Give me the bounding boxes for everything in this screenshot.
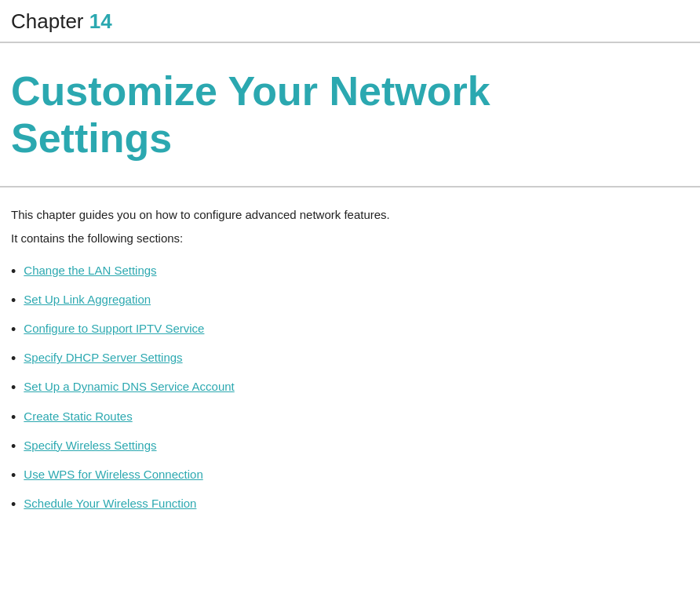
intro-line1: This chapter guides you on how to config… [11,206,689,224]
toc-link-1[interactable]: Change the LAN Settings [24,262,156,280]
toc-link-6[interactable]: Create Static Routes [24,408,132,426]
bullet-icon: • [11,437,16,457]
toc-link-9[interactable]: Schedule Your Wireless Function [24,495,196,513]
bullet-icon: • [11,495,16,515]
bullet-icon: • [11,291,16,311]
list-item: • Use WPS for Wireless Connection [11,466,689,486]
toc-link-4[interactable]: Specify DHCP Server Settings [24,349,182,367]
list-item: • Specify DHCP Server Settings [11,349,689,369]
toc-link-8[interactable]: Use WPS for Wireless Connection [24,466,202,484]
list-item: • Configure to Support IPTV Service [11,320,689,340]
bullet-icon: • [11,408,16,428]
list-item: • Specify Wireless Settings [11,437,689,457]
bullet-icon: • [11,349,16,369]
list-item: • Set Up Link Aggregation [11,291,689,311]
intro-line2: It contains the following sections: [11,230,689,248]
main-heading-line1: Customize Your Network [11,68,490,114]
list-item: • Create Static Routes [11,408,689,428]
chapter-header: Chapter 14 [0,0,700,43]
bullet-icon: • [11,466,16,486]
bullet-icon: • [11,378,16,398]
chapter-number: 14 [89,9,112,33]
chapter-label: Chapter 14 [11,6,689,37]
list-item: • Schedule Your Wireless Function [11,495,689,515]
list-item: • Change the LAN Settings [11,262,689,282]
main-title-section: Customize Your Network Settings [0,43,700,187]
toc-link-7[interactable]: Specify Wireless Settings [24,437,156,455]
bullet-icon: • [11,320,16,340]
content-section: This chapter guides you on how to config… [0,206,700,515]
toc-link-2[interactable]: Set Up Link Aggregation [24,291,151,309]
page-container: Chapter 14 Customize Your Network Settin… [0,0,700,515]
main-heading-line2: Settings [11,115,172,161]
main-heading: Customize Your Network Settings [11,68,689,162]
toc-link-5[interactable]: Set Up a Dynamic DNS Service Account [24,378,234,396]
toc-link-3[interactable]: Configure to Support IPTV Service [24,320,204,338]
list-item: • Set Up a Dynamic DNS Service Account [11,378,689,398]
bullet-icon: • [11,262,16,282]
toc-list: • Change the LAN Settings • Set Up Link … [11,262,689,515]
